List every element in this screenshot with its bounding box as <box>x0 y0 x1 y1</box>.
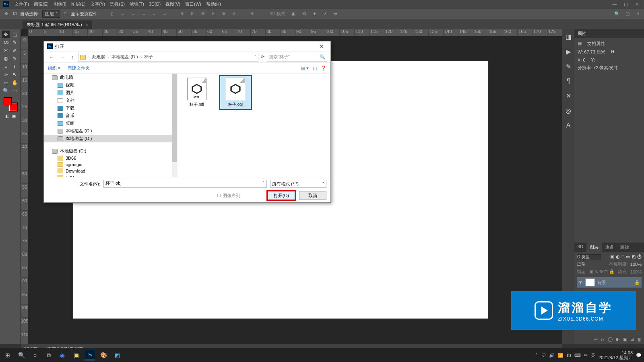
image-sequence-checkbox[interactable]: ☐图像序列 <box>217 193 240 199</box>
chevron-up-icon[interactable]: ˄ <box>536 353 538 358</box>
mask-icon[interactable]: ◯ <box>608 337 613 342</box>
tab-layers[interactable]: 图层 <box>586 243 602 252</box>
tab-paths[interactable]: 路径 <box>617 243 632 252</box>
back-icon[interactable]: ← <box>47 54 56 60</box>
styles-panel-icon[interactable]: ✕ <box>566 92 571 100</box>
breadcrumb[interactable]: › 此电脑› 本地磁盘 (D:)› 杯子 ˅ <box>78 53 258 62</box>
move-tool[interactable]: ✥ <box>2 31 10 38</box>
adj-icon[interactable]: ◐ <box>616 337 620 342</box>
filter-dropdown[interactable]: 所有格式 (*.*)˅ <box>270 180 326 188</box>
tree-item[interactable]: 视频 <box>44 81 177 89</box>
zoom-tool[interactable]: 🔍 <box>2 87 10 94</box>
trash-icon[interactable]: 🗑 <box>637 337 642 342</box>
system-tray[interactable]: ˄ 🛡🔊📶⏻⌨✏ 英 14:08 2021/8/12 星期四 💬 <box>536 350 642 360</box>
cancel-button[interactable]: 取消 <box>299 191 326 200</box>
close-icon[interactable]: ✕ <box>632 2 642 7</box>
ime-indicator[interactable]: 英 <box>591 352 595 358</box>
menu-edit[interactable]: 编辑(E) <box>31 1 51 7</box>
explorer-icon[interactable]: ▣ <box>71 350 81 360</box>
fg-swatch[interactable] <box>4 97 12 105</box>
taskbar[interactable]: ⊞ 🔍 ○ ⧉ ◉ ▣ Ps 🎨 ◩ ˄ 🛡🔊📶⏻⌨✏ 英 14:08 2021… <box>0 348 644 362</box>
quickmask-icon[interactable]: ◧ <box>5 113 9 119</box>
shape-tool[interactable]: ▭ <box>2 79 10 86</box>
type-tool[interactable]: T <box>11 63 19 70</box>
wand-tool[interactable]: ✎ <box>11 39 19 46</box>
tab-3d[interactable]: 3D <box>574 243 586 252</box>
menu-image[interactable]: 图像(I) <box>51 1 69 7</box>
view-icon[interactable]: ▤ ▾ <box>301 66 309 71</box>
color-swatches[interactable] <box>4 97 17 111</box>
tree-item[interactable]: cgmagic <box>44 161 177 168</box>
layer-row[interactable]: 👁 背景 🔒 <box>577 277 642 288</box>
file-item[interactable]: MTL杯子.mtl <box>182 76 212 109</box>
share-icon[interactable]: ⇪ <box>634 10 642 17</box>
document-tab[interactable]: 未标题-1 @ 66.7%(RGB/8#) × <box>23 21 92 29</box>
tab-channels[interactable]: 通道 <box>602 243 617 252</box>
hand-tool[interactable]: ✋ <box>11 79 19 86</box>
clock[interactable]: 14:08 2021/8/12 星期四 <box>599 350 633 360</box>
layer-filter-input[interactable] <box>577 254 601 259</box>
tree-item[interactable]: E3D <box>44 174 177 177</box>
menu-3d[interactable]: 3D(D) <box>147 2 163 6</box>
visibility-icon[interactable]: 👁 <box>578 280 583 285</box>
photoshop-taskbar-icon[interactable]: Ps <box>85 350 95 360</box>
tree-item[interactable]: 下载 <box>44 104 177 112</box>
tree-item[interactable]: 本地磁盘 (D:) <box>44 135 177 142</box>
marquee-tool[interactable]: ⬚ <box>11 31 19 38</box>
menu-type[interactable]: 文字(Y) <box>88 1 108 7</box>
tree-item[interactable]: 文档 <box>44 97 177 104</box>
color-panel-icon[interactable]: ◨ <box>566 33 572 41</box>
menu-file[interactable]: 文件(F) <box>12 1 31 7</box>
pen-tool[interactable]: ✑ <box>2 71 10 78</box>
file-item[interactable]: 杯子.obj <box>220 76 251 109</box>
cc-panel-icon[interactable]: ◎ <box>566 107 571 115</box>
open-button[interactable]: 打开(O) <box>268 191 295 200</box>
photos-icon[interactable]: ◩ <box>112 350 122 360</box>
tree-item[interactable]: 本地磁盘 (D:) <box>44 147 177 155</box>
up-icon[interactable]: ↑ <box>70 54 76 60</box>
menu-select[interactable]: 选择(S) <box>107 1 127 7</box>
dialog-close-icon[interactable]: ✕ <box>316 43 327 49</box>
dialog-titlebar[interactable]: Ps 打开 ✕ <box>44 41 330 51</box>
lasso-tool[interactable]: ഗ <box>2 39 10 46</box>
newfolder-link[interactable]: 新建文件夹 <box>68 65 90 71</box>
tree-item[interactable]: Download <box>44 168 177 174</box>
group-icon[interactable]: ▣ <box>623 337 627 342</box>
folder-tree[interactable]: 此电脑视频图片文档下载音乐桌面本地磁盘 (C:)本地磁盘 (D:)本地磁盘 (D… <box>44 74 178 177</box>
minimize-icon[interactable]: — <box>609 2 620 7</box>
paint-icon[interactable]: 🎨 <box>98 350 109 360</box>
autoselect-dropdown[interactable]: 图层 ˅ <box>42 10 60 18</box>
history-panel-icon[interactable]: ▶ <box>566 48 571 56</box>
refresh-icon[interactable]: ⟳ <box>261 54 264 60</box>
char-panel-icon[interactable]: ¶ <box>567 78 570 85</box>
search-icon[interactable]: 🔍 <box>613 10 621 17</box>
lock-icon[interactable]: 🔒 <box>634 280 640 285</box>
distribute-icon[interactable]: ⊪ <box>249 10 256 17</box>
checkbox-autoselect[interactable]: ☑ <box>13 11 17 16</box>
align-icon[interactable]: ▯ <box>109 10 116 17</box>
file-list[interactable]: MTL杯子.mtl杯子.obj <box>178 74 330 177</box>
checkbox-transform[interactable]: ☐ <box>64 11 68 16</box>
tree-item[interactable]: 桌面 <box>44 119 177 127</box>
search-taskbar-icon[interactable]: 🔍 <box>16 350 27 360</box>
screenmode-icon[interactable]: ▣ <box>12 113 16 119</box>
menu-window[interactable]: 窗口(W) <box>183 1 204 7</box>
organize-link[interactable]: 组织 ▾ <box>48 65 60 71</box>
menu-view[interactable]: 视图(V) <box>163 1 183 7</box>
tree-item[interactable]: 此电脑 <box>44 74 177 81</box>
notifications-icon[interactable]: 💬 <box>636 353 642 358</box>
dialog-search[interactable]: 搜索"杯子"🔍 <box>267 53 327 62</box>
eyedropper-tool[interactable]: ✐ <box>11 47 19 54</box>
taskview-icon[interactable]: ⧉ <box>43 350 54 360</box>
heal-tool[interactable]: ◍ <box>2 55 10 62</box>
forward-icon[interactable]: → <box>58 54 67 60</box>
filename-input[interactable]: 杯子.obj˅ <box>103 180 267 188</box>
path-tool[interactable]: ↖ <box>11 71 19 78</box>
tree-item[interactable]: 音乐 <box>44 112 177 119</box>
start-icon[interactable]: ⊞ <box>2 350 13 360</box>
new-layer-icon[interactable]: ⊞ <box>630 337 634 342</box>
menu-filter[interactable]: 滤镜(T) <box>127 1 147 7</box>
menu-help[interactable]: 帮助(H) <box>204 1 223 7</box>
brush-tool[interactable]: ✎ <box>11 55 19 62</box>
more-tool[interactable]: ⋯ <box>11 87 19 94</box>
